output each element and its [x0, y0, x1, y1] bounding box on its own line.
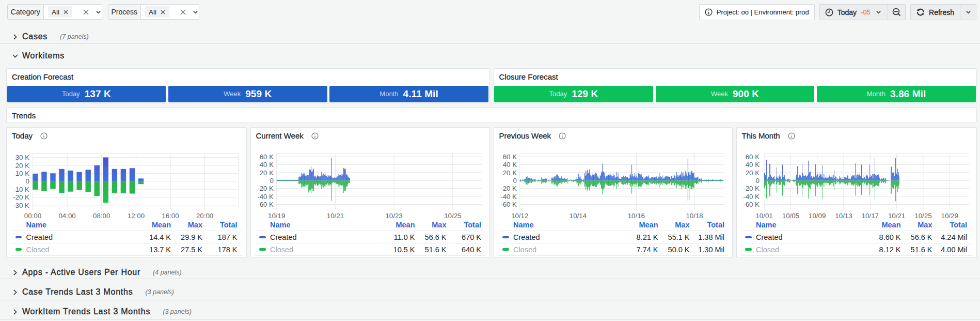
svg-text:-40 K: -40 K — [500, 193, 517, 201]
svg-text:10/16: 10/16 — [627, 212, 644, 220]
svg-text:-40 K: -40 K — [743, 193, 760, 201]
svg-text:00:00: 00:00 — [24, 212, 41, 220]
svg-text:40 K: 40 K — [502, 161, 516, 169]
svg-text:-40 K: -40 K — [257, 193, 274, 201]
svg-text:-20 K: -20 K — [257, 185, 274, 192]
svg-text:10/01: 10/01 — [755, 212, 772, 220]
svg-text:-20 K: -20 K — [743, 185, 760, 192]
svg-text:10/29: 10/29 — [941, 212, 958, 220]
svg-text:20:00: 20:00 — [196, 212, 213, 220]
svg-text:10 K: 10 K — [15, 170, 29, 177]
svg-text:10/23: 10/23 — [385, 212, 402, 220]
svg-text:16:00: 16:00 — [162, 212, 179, 220]
svg-text:20 K: 20 K — [259, 169, 273, 177]
svg-text:30 K: 30 K — [15, 154, 29, 161]
svg-text:08:00: 08:00 — [93, 212, 110, 220]
svg-text:40 K: 40 K — [259, 161, 273, 169]
svg-text:-30 K: -30 K — [13, 202, 29, 209]
svg-text:20 K: 20 K — [15, 162, 29, 170]
svg-text:10/05: 10/05 — [782, 212, 799, 220]
svg-text:0: 0 — [513, 177, 516, 185]
svg-text:12:00: 12:00 — [128, 212, 145, 220]
svg-text:-20 K: -20 K — [500, 185, 517, 192]
svg-text:10/21: 10/21 — [888, 212, 905, 220]
svg-text:0: 0 — [270, 177, 273, 185]
svg-text:10/18: 10/18 — [686, 212, 703, 220]
svg-text:60 K: 60 K — [502, 153, 516, 161]
svg-text:10/13: 10/13 — [835, 212, 852, 220]
svg-text:10/14: 10/14 — [569, 212, 586, 220]
svg-text:0: 0 — [755, 177, 759, 185]
svg-text:-20 K: -20 K — [13, 193, 29, 201]
svg-text:10/25: 10/25 — [914, 212, 931, 220]
svg-text:-10 K: -10 K — [13, 186, 29, 193]
svg-text:04:00: 04:00 — [58, 212, 75, 220]
svg-text:-60 K: -60 K — [500, 201, 517, 208]
svg-text:10/19: 10/19 — [268, 212, 285, 220]
svg-text:60 K: 60 K — [745, 153, 759, 161]
svg-text:40 K: 40 K — [745, 161, 759, 169]
svg-text:10/17: 10/17 — [861, 212, 878, 220]
svg-text:10/21: 10/21 — [326, 212, 343, 220]
svg-text:-60 K: -60 K — [257, 201, 274, 208]
svg-text:60 K: 60 K — [259, 153, 273, 161]
svg-text:20 K: 20 K — [745, 169, 759, 177]
svg-text:0: 0 — [26, 177, 29, 185]
svg-text:20 K: 20 K — [502, 169, 516, 177]
svg-text:10/12: 10/12 — [511, 212, 528, 220]
svg-text:10/09: 10/09 — [809, 212, 826, 220]
svg-text:10/25: 10/25 — [444, 212, 461, 220]
svg-text:-60 K: -60 K — [743, 201, 760, 208]
